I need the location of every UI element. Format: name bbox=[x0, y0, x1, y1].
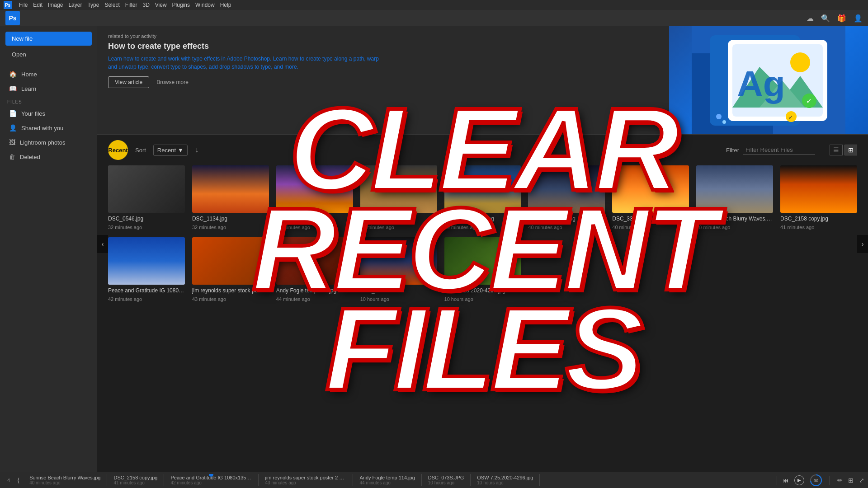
menu-select[interactable]: Select bbox=[104, 2, 119, 8]
file-card[interactable]: OSW 7.25.2020-4296.jpg10 hours ago bbox=[444, 237, 521, 302]
bottom-file-name: jim reynolds super stock poster 2 car de… bbox=[265, 475, 346, 480]
file-card[interactable]: beach cruise in 2.jpg39 minutes ago bbox=[444, 165, 521, 230]
filter-input[interactable] bbox=[743, 145, 815, 155]
bottom-file-item[interactable]: jim reynolds super stock poster 2 car de… bbox=[259, 474, 353, 486]
recent-dropdown[interactable]: Recent ▼ bbox=[153, 145, 188, 156]
file-card[interactable]: DSC_2021.jpg38 minutes ago bbox=[276, 165, 353, 230]
sidebar-item-deleted-label: Deleted bbox=[20, 154, 40, 160]
article-image: Ag ✓ ✓ bbox=[669, 26, 868, 134]
bottom-file-item[interactable]: OSW 7.25.2020-4296.jpg10 hours ago bbox=[471, 474, 540, 486]
title-bar: Ps ☁ 🔍 🎁 👤 bbox=[0, 10, 868, 26]
sidebar-item-lightroom-label: Lightroom photos bbox=[20, 139, 65, 146]
menu-plugins[interactable]: Plugins bbox=[172, 2, 190, 8]
file-thumbnail bbox=[444, 165, 521, 213]
gift-icon[interactable]: 🎁 bbox=[837, 14, 846, 23]
file-name: jim reynolds super stock poster 2 car de… bbox=[192, 287, 269, 294]
export-icon[interactable]: ⊞ bbox=[848, 477, 854, 484]
menu-bar: Ps File Edit Image Layer Type Select Fil… bbox=[0, 0, 868, 10]
menu-view[interactable]: View bbox=[155, 2, 167, 8]
timer-circle: 30 bbox=[810, 474, 822, 487]
open-button[interactable]: Open bbox=[5, 49, 92, 60]
file-card[interactable]: Sunrise Beach Blurry Waves.jpg40 minutes… bbox=[696, 165, 773, 230]
menu-3d[interactable]: 3D bbox=[142, 2, 149, 8]
bottom-files: Sunrise Beach Blurry Waves.jpg40 minutes… bbox=[23, 474, 771, 486]
sidebar-item-deleted[interactable]: 🗑 Deleted bbox=[2, 150, 95, 164]
view-toggle: ☰ ⊞ bbox=[830, 145, 857, 155]
sort-direction-icon[interactable]: ↓ bbox=[195, 146, 198, 154]
menu-image[interactable]: Image bbox=[48, 2, 63, 8]
recent-circle[interactable]: Recent bbox=[108, 140, 128, 160]
file-card[interactable]: DSC_0546.jpg32 minutes ago bbox=[108, 165, 185, 230]
bottom-file-time: 42 minutes ago bbox=[170, 480, 252, 485]
lightroom-icon: 🖼 bbox=[9, 139, 15, 146]
file-card[interactable]: jim reynolds super stock poster 2 car de… bbox=[192, 237, 269, 302]
grid-view-button[interactable]: ⊞ bbox=[844, 145, 857, 155]
search-icon[interactable]: 🔍 bbox=[821, 14, 830, 23]
sidebar-item-home[interactable]: 🏠 Home bbox=[2, 67, 95, 81]
file-card[interactable]: Peace and Gratitude IG 1080x1350.jpg42 m… bbox=[108, 237, 185, 302]
nav-arrow-left[interactable]: ‹ bbox=[97, 235, 108, 253]
files-grid: DSC_0546.jpg32 minutes agoDSC_1134.jpg32… bbox=[108, 165, 857, 302]
menu-edit[interactable]: Edit bbox=[33, 2, 42, 8]
cloud-icon[interactable]: ☁ bbox=[807, 14, 814, 23]
bottom-bar-icons: ⏮ ▶ 30 ✏ ⊞ ⤢ bbox=[783, 474, 864, 487]
menu-layer[interactable]: Layer bbox=[68, 2, 82, 8]
article-desc-rest: to create and work with type effects in … bbox=[108, 56, 379, 70]
file-thumbnail bbox=[360, 165, 437, 213]
svg-text:✓: ✓ bbox=[806, 97, 812, 105]
nav-arrow-right[interactable]: › bbox=[857, 235, 868, 253]
sidebar-item-your-files-label: Your files bbox=[21, 110, 45, 117]
bottom-file-item[interactable]: DSC_2158 copy.jpg41 minutes ago bbox=[107, 474, 164, 486]
bottom-file-name: Andy Fogle temp 114.jpg bbox=[359, 475, 415, 480]
file-card[interactable]: Downloads 2.jpg39 minutes ago bbox=[360, 165, 437, 230]
file-name: DSC_1134.jpg bbox=[192, 216, 269, 222]
file-card[interactable]: Andy Fogle temp 114.jpg44 minutes ago bbox=[276, 237, 353, 302]
your-files-icon: 📄 bbox=[9, 110, 17, 117]
bottom-file-item[interactable]: Andy Fogle temp 114.jpg44 minutes ago bbox=[353, 474, 421, 486]
sidebar: New file Open 🏠 Home 📖 Learn FILES 📄 You… bbox=[0, 26, 97, 488]
user-icon[interactable]: 👤 bbox=[854, 14, 863, 23]
menu-filter[interactable]: Filter bbox=[125, 2, 137, 8]
sidebar-item-lightroom[interactable]: 🖼 Lightroom photos bbox=[2, 135, 95, 150]
file-thumbnail bbox=[192, 237, 269, 285]
bottom-file-name: OSW 7.25.2020-4296.jpg bbox=[477, 475, 533, 480]
file-card[interactable]: DSC_2158 copy.jpg41 minutes ago bbox=[780, 165, 857, 230]
sidebar-item-shared-label: Shared with you bbox=[21, 125, 63, 131]
file-name: Andy Fogle temp 114.jpg bbox=[276, 287, 353, 294]
bottom-file-item[interactable]: DSC_073S.JPG10 hours ago bbox=[422, 474, 471, 486]
file-time: 10 hours ago bbox=[444, 296, 521, 302]
ps-logo: Ps bbox=[5, 11, 20, 25]
file-name: Downloads 2.jpg bbox=[360, 216, 437, 222]
bottom-file-item[interactable]: Sunrise Beach Blurry Waves.jpg40 minutes… bbox=[23, 474, 107, 486]
filter-label: Filter bbox=[726, 147, 739, 154]
menu-window[interactable]: Window bbox=[195, 2, 215, 8]
edit-icon[interactable]: ✏ bbox=[837, 477, 843, 484]
file-time: 42 minutes ago bbox=[108, 296, 185, 302]
menu-help[interactable]: Help bbox=[220, 2, 231, 8]
sidebar-item-shared[interactable]: 👤 Shared with you bbox=[2, 121, 95, 135]
new-file-button[interactable]: New file bbox=[5, 32, 92, 46]
rewind-icon[interactable]: ⏮ bbox=[783, 477, 789, 484]
sidebar-item-home-label: Home bbox=[21, 71, 37, 78]
article-banner: related to your activity How to create t… bbox=[97, 26, 868, 135]
file-card[interactable]: DSC_1134.jpg32 minutes ago bbox=[192, 165, 269, 230]
menu-type[interactable]: Type bbox=[87, 2, 99, 8]
expand-icon[interactable]: ⤢ bbox=[859, 477, 864, 484]
bottom-bar-scroll-left[interactable]: ⟨ bbox=[17, 477, 19, 484]
menu-file[interactable]: File bbox=[19, 2, 28, 8]
view-article-button[interactable]: View article bbox=[108, 76, 149, 88]
list-view-button[interactable]: ☰ bbox=[830, 145, 843, 155]
bottom-file-time: 43 minutes ago bbox=[265, 480, 346, 485]
bottom-file-item[interactable]: Peace and Gratitude IG 1080x1350.jpg42 m… bbox=[164, 474, 259, 486]
file-time: 40 minutes ago bbox=[528, 225, 605, 230]
sidebar-item-learn[interactable]: 📖 Learn bbox=[2, 81, 95, 96]
sidebar-item-your-files[interactable]: 📄 Your files bbox=[2, 106, 95, 121]
browse-more-link[interactable]: Browse more bbox=[156, 79, 189, 85]
file-card[interactable]: DSC_073S.JPG10 hours ago bbox=[360, 237, 437, 302]
file-card[interactable]: 3DD_4038 copy.jpg40 minutes ago bbox=[528, 165, 605, 230]
ps-logo-small: Ps bbox=[4, 1, 12, 9]
file-card[interactable]: DSC_3328 copy 2.jpg40 minutes ago bbox=[612, 165, 689, 230]
bottom-file-time: 10 hours ago bbox=[477, 480, 533, 485]
play-button[interactable]: ▶ bbox=[794, 475, 804, 485]
file-thumbnail bbox=[276, 237, 353, 285]
